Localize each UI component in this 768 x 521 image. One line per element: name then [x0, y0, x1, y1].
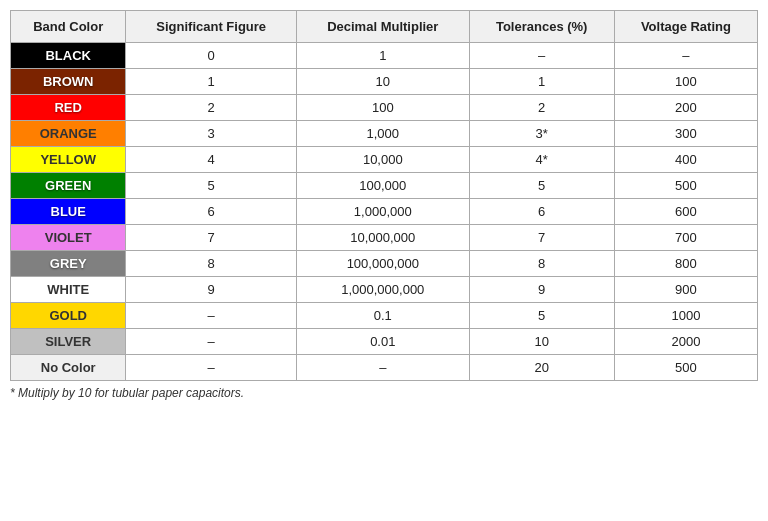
- col-sig-figure: Significant Figure: [126, 11, 297, 43]
- sig-fig-cell: 1: [126, 69, 297, 95]
- table-row: BROWN1101100: [11, 69, 758, 95]
- main-container: Band Color Significant Figure Decimal Mu…: [10, 10, 758, 400]
- dec-mult-cell: 0.1: [296, 303, 469, 329]
- tolerance-cell: 20: [469, 355, 614, 381]
- table-row: YELLOW410,0004*400: [11, 147, 758, 173]
- dec-mult-cell: –: [296, 355, 469, 381]
- dec-mult-cell: 100,000: [296, 173, 469, 199]
- table-row: RED21002200: [11, 95, 758, 121]
- sig-fig-cell: 2: [126, 95, 297, 121]
- dec-mult-cell: 1,000,000: [296, 199, 469, 225]
- band-color-cell: YELLOW: [11, 147, 126, 173]
- voltage-cell: 600: [614, 199, 757, 225]
- sig-fig-cell: 8: [126, 251, 297, 277]
- band-color-cell: RED: [11, 95, 126, 121]
- tolerance-cell: 1: [469, 69, 614, 95]
- voltage-cell: 800: [614, 251, 757, 277]
- voltage-cell: 700: [614, 225, 757, 251]
- band-color-cell: GREEN: [11, 173, 126, 199]
- tolerance-cell: 10: [469, 329, 614, 355]
- table-row: WHITE91,000,000,0009900: [11, 277, 758, 303]
- sig-fig-cell: 6: [126, 199, 297, 225]
- sig-fig-cell: 9: [126, 277, 297, 303]
- col-tolerance: Tolerances (%): [469, 11, 614, 43]
- tolerance-cell: 2: [469, 95, 614, 121]
- dec-mult-cell: 1,000: [296, 121, 469, 147]
- band-color-cell: GREY: [11, 251, 126, 277]
- dec-mult-cell: 10,000,000: [296, 225, 469, 251]
- table-row: VIOLET710,000,0007700: [11, 225, 758, 251]
- sig-fig-cell: 5: [126, 173, 297, 199]
- band-color-cell: ORANGE: [11, 121, 126, 147]
- table-row: GREEN5100,0005500: [11, 173, 758, 199]
- footnote: * Multiply by 10 for tubular paper capac…: [10, 386, 758, 400]
- band-color-cell: WHITE: [11, 277, 126, 303]
- sig-fig-cell: –: [126, 303, 297, 329]
- voltage-cell: 900: [614, 277, 757, 303]
- table-row: BLUE61,000,0006600: [11, 199, 758, 225]
- tolerance-cell: 6: [469, 199, 614, 225]
- table-row: BLACK01––: [11, 43, 758, 69]
- dec-mult-cell: 1: [296, 43, 469, 69]
- band-color-cell: No Color: [11, 355, 126, 381]
- tolerance-cell: 9: [469, 277, 614, 303]
- voltage-cell: 500: [614, 355, 757, 381]
- sig-fig-cell: –: [126, 329, 297, 355]
- voltage-cell: 2000: [614, 329, 757, 355]
- dec-mult-cell: 100: [296, 95, 469, 121]
- sig-fig-cell: –: [126, 355, 297, 381]
- col-dec-mult: Decimal Multiplier: [296, 11, 469, 43]
- band-color-cell: SILVER: [11, 329, 126, 355]
- voltage-cell: 500: [614, 173, 757, 199]
- tolerance-cell: 4*: [469, 147, 614, 173]
- voltage-cell: 1000: [614, 303, 757, 329]
- band-color-cell: BLACK: [11, 43, 126, 69]
- voltage-cell: 200: [614, 95, 757, 121]
- tolerance-cell: –: [469, 43, 614, 69]
- band-color-cell: VIOLET: [11, 225, 126, 251]
- resistor-color-table: Band Color Significant Figure Decimal Mu…: [10, 10, 758, 381]
- table-row: GOLD–0.151000: [11, 303, 758, 329]
- dec-mult-cell: 10: [296, 69, 469, 95]
- col-band-color: Band Color: [11, 11, 126, 43]
- header-row: Band Color Significant Figure Decimal Mu…: [11, 11, 758, 43]
- dec-mult-cell: 100,000,000: [296, 251, 469, 277]
- voltage-cell: 400: [614, 147, 757, 173]
- tolerance-cell: 8: [469, 251, 614, 277]
- sig-fig-cell: 7: [126, 225, 297, 251]
- table-row: No Color––20500: [11, 355, 758, 381]
- sig-fig-cell: 3: [126, 121, 297, 147]
- tolerance-cell: 5: [469, 303, 614, 329]
- band-color-cell: BROWN: [11, 69, 126, 95]
- voltage-cell: –: [614, 43, 757, 69]
- dec-mult-cell: 0.01: [296, 329, 469, 355]
- table-row: SILVER–0.01102000: [11, 329, 758, 355]
- band-color-cell: BLUE: [11, 199, 126, 225]
- table-row: ORANGE31,0003*300: [11, 121, 758, 147]
- band-color-cell: GOLD: [11, 303, 126, 329]
- sig-fig-cell: 0: [126, 43, 297, 69]
- tolerance-cell: 3*: [469, 121, 614, 147]
- dec-mult-cell: 10,000: [296, 147, 469, 173]
- tolerance-cell: 7: [469, 225, 614, 251]
- table-row: GREY8100,000,0008800: [11, 251, 758, 277]
- dec-mult-cell: 1,000,000,000: [296, 277, 469, 303]
- sig-fig-cell: 4: [126, 147, 297, 173]
- col-voltage: Voltage Rating: [614, 11, 757, 43]
- tolerance-cell: 5: [469, 173, 614, 199]
- voltage-cell: 100: [614, 69, 757, 95]
- voltage-cell: 300: [614, 121, 757, 147]
